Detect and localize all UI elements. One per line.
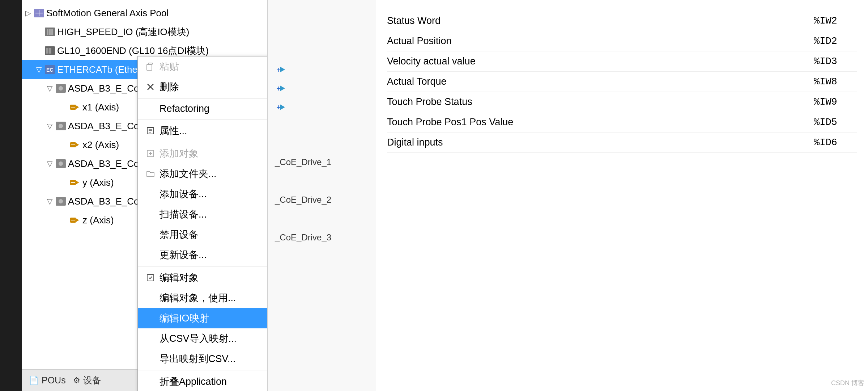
arrow-icon-3: + — [275, 101, 288, 114]
menu-item-import-csv[interactable]: 从CSV导入映射... — [138, 328, 268, 349]
tree-item-softmotion[interactable]: ▷ SoftMotion General Axis Pool — [22, 4, 267, 22]
arrow-icon-2: + — [275, 82, 288, 95]
tab-devices[interactable]: ⚙ 设备 — [73, 374, 101, 386]
svg-point-23 — [59, 161, 63, 166]
menu-item-edit-io[interactable]: 编辑IO映射 — [138, 308, 268, 328]
pous-tab-icon: 📄 — [29, 376, 39, 385]
property-row-4: Touch Probe Status %IW9 — [387, 92, 857, 112]
expand-icon7: ▽ — [47, 122, 54, 130]
prop-name-4: Touch Probe Status — [387, 96, 814, 108]
expand-icon9: ▽ — [47, 159, 54, 168]
prop-name-3: Actual Torque — [387, 76, 814, 87]
import-csv-label: 从CSV导入映射... — [159, 332, 237, 345]
property-row-3: Actual Torque %IW8 — [387, 72, 857, 92]
prop-value-0: %IW2 — [814, 16, 857, 26]
menu-item-paste[interactable]: 粘贴 — [138, 56, 268, 77]
disable-device-label: 禁用设备 — [159, 228, 199, 241]
add-object-label: 添加对象 — [159, 147, 199, 160]
pous-tab-label: POUs — [42, 375, 66, 386]
divider3 — [138, 142, 268, 142]
divider1 — [138, 98, 268, 98]
prop-name-5: Touch Probe Pos1 Pos Value — [387, 117, 814, 128]
expand-icon4: ▽ — [36, 65, 43, 74]
drive-label-2: _CoE_Drive_2 — [268, 190, 376, 209]
gl10-icon — [45, 46, 55, 56]
tree-item-high-speed-io[interactable]: HIGH_SPEED_IO (高速IO模块) — [22, 22, 267, 41]
tab-pous[interactable]: 📄 POUs — [29, 375, 66, 386]
menu-item-add-folder[interactable]: 添加文件夹... — [138, 164, 268, 184]
update-device-label: 更新设备... — [159, 248, 207, 261]
softmotion-label: SoftMotion General Axis Pool — [46, 8, 169, 19]
asda-b3-1-icon — [56, 121, 66, 131]
svg-rect-6 — [51, 29, 53, 35]
asda-b3-2-icon — [56, 159, 66, 169]
menu-item-collapse[interactable]: 折叠Application — [138, 371, 268, 391]
main-area: ▷ SoftMotion General Axis Pool HIGH_SPEE… — [22, 0, 868, 391]
prop-value-5: %ID5 — [814, 117, 857, 128]
menu-item-delete[interactable]: 删除 — [138, 77, 268, 97]
menu-item-refactoring[interactable]: Refactoring ▶ — [138, 100, 268, 118]
x1-axis-label: x1 (Axis) — [82, 102, 119, 113]
prop-value-2: %ID3 — [814, 56, 857, 67]
add-folder-label: 添加文件夹... — [159, 167, 217, 180]
paste-label: 粘贴 — [159, 60, 179, 73]
delete-icon — [145, 83, 156, 91]
z-axis-label: z (Axis) — [82, 215, 114, 226]
menu-item-disable-device[interactable]: 禁用设备 — [138, 224, 268, 245]
tree-panel: ▷ SoftMotion General Axis Pool HIGH_SPEE… — [22, 0, 268, 391]
left-sidebar — [0, 0, 22, 391]
drive-label-3: _CoE_Drive_3 — [268, 228, 376, 247]
y-axis-label: y (Axis) — [82, 177, 114, 188]
property-row-0: Status Word %IW2 — [387, 11, 857, 31]
prop-value-1: %ID2 — [814, 36, 857, 47]
export-csv-label: 导出映射到CSV... — [159, 352, 236, 365]
svg-marker-44 — [280, 67, 285, 72]
menu-item-add-device[interactable]: 添加设备... — [138, 184, 268, 204]
svg-rect-42 — [147, 274, 154, 281]
property-row-5: Touch Probe Pos1 Pos Value %ID5 — [387, 112, 857, 133]
svg-point-28 — [59, 199, 63, 203]
property-row-2: Velocity actual value %ID3 — [387, 51, 857, 72]
ethercat-icon: EC — [45, 64, 55, 75]
svg-rect-5 — [49, 29, 51, 35]
edit-object-use-label: 编辑对象，使用... — [159, 291, 236, 304]
prop-name-0: Status Word — [387, 15, 814, 26]
svg-marker-48 — [280, 104, 285, 110]
prop-name-2: Velocity actual value — [387, 56, 814, 67]
scan-device-label: 扫描设备... — [159, 208, 207, 221]
svg-marker-20 — [76, 143, 79, 147]
asda-b3-0-icon — [56, 83, 66, 93]
menu-item-update-device[interactable]: 更新设备... — [138, 245, 268, 265]
property-row-6: Digital inputs %ID6 — [387, 133, 857, 153]
prop-value-3: %IW8 — [814, 76, 857, 87]
svg-rect-8 — [46, 48, 48, 54]
arrow-icon-1: + — [275, 63, 288, 76]
refactoring-label: Refactoring — [159, 103, 209, 114]
add-object-icon — [145, 149, 156, 158]
menu-item-scan-device[interactable]: 扫描设备... — [138, 204, 268, 224]
svg-rect-32 — [147, 64, 152, 70]
divider5 — [138, 370, 268, 370]
expand-icon: ▷ — [25, 9, 33, 17]
asda-b3-3-icon — [56, 196, 66, 206]
svg-rect-4 — [47, 29, 48, 35]
menu-item-properties[interactable]: 属性... — [138, 121, 268, 141]
x2-axis-label: x2 (Axis) — [82, 139, 119, 151]
svg-point-13 — [59, 86, 63, 91]
right-panel: Status Word %IW2 Actual Position %ID2 Ve… — [376, 0, 868, 391]
svg-rect-9 — [49, 48, 51, 54]
y-axis-icon — [70, 177, 80, 188]
prop-value-4: %IW9 — [814, 97, 857, 108]
divider4 — [138, 266, 268, 266]
menu-item-add-object[interactable]: 添加对象 — [138, 143, 268, 164]
properties-label: 属性... — [159, 124, 187, 137]
menu-item-export-csv[interactable]: 导出映射到CSV... — [138, 349, 268, 369]
menu-item-edit-object-use[interactable]: 编辑对象，使用... — [138, 288, 268, 308]
prop-name-6: Digital inputs — [387, 137, 814, 148]
high-speed-io-icon — [45, 27, 55, 37]
menu-item-edit-object[interactable]: 编辑对象 — [138, 268, 268, 288]
high-speed-io-label: HIGH_SPEED_IO (高速IO模块) — [57, 26, 190, 38]
z-axis-icon — [70, 215, 80, 225]
arrow-row-3: + — [268, 98, 376, 117]
svg-marker-15 — [76, 105, 79, 109]
